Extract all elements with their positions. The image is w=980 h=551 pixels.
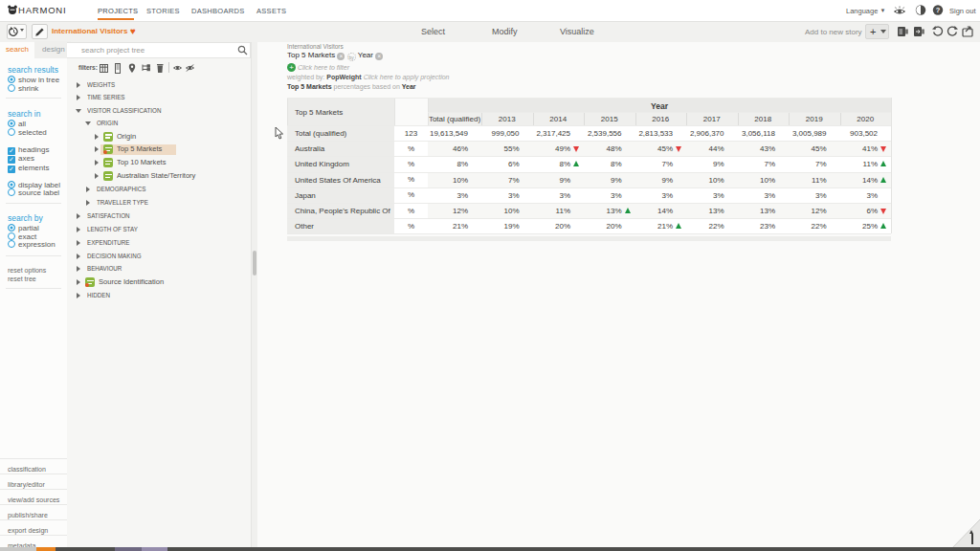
svg-text:?: ?	[936, 6, 941, 14]
